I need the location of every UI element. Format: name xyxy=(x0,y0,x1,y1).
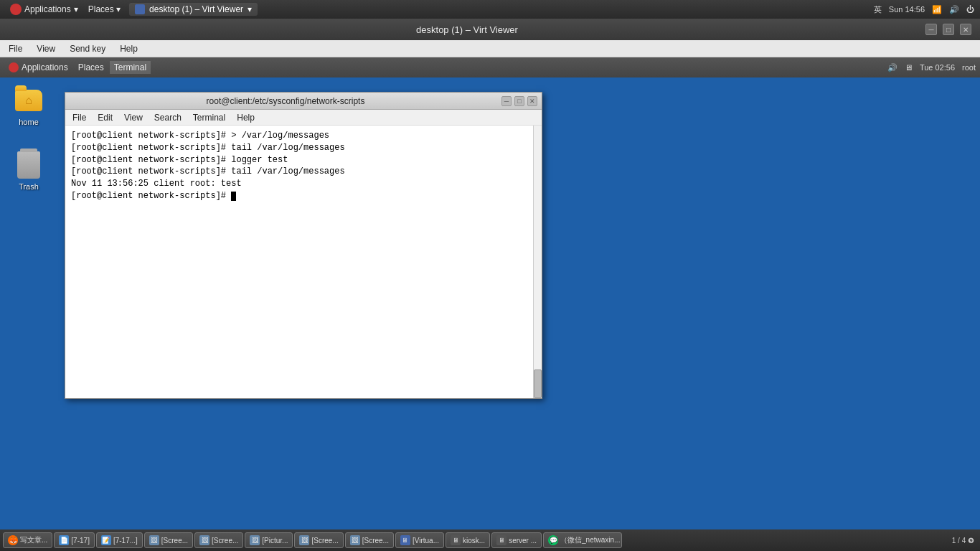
scr1-icon: 🖼 xyxy=(149,535,159,545)
host-task-virt-label: [Virtua... xyxy=(413,537,439,545)
terminal-menu-view[interactable]: View xyxy=(120,111,147,124)
host-task-doc2[interactable]: 📝 [7-17...] xyxy=(96,532,143,548)
guest-places-menu[interactable]: Places xyxy=(74,61,108,74)
terminal-maximize-button[interactable]: □ xyxy=(514,96,524,106)
virt-menu-file[interactable]: File xyxy=(3,42,28,55)
terminal-window-controls: ─ □ ✕ xyxy=(501,96,537,106)
terminal-minimize-button[interactable]: ─ xyxy=(501,96,512,106)
desktop-icon-home[interactable]: ⌂ home xyxy=(7,86,50,126)
host-places-arrow-icon: ▾ xyxy=(116,4,121,14)
virt-viewer-title: desktop (1) – Virt Viewer xyxy=(9,24,925,35)
host-applications-label: Applications xyxy=(24,4,71,14)
virt-viewer-menubar: File View Send key Help xyxy=(0,40,980,57)
guest-desktop: Applications Places Terminal 🔊 🖥 Tue 02:… xyxy=(0,57,980,551)
gnome-logo-icon xyxy=(10,4,22,15)
guest-applications-label: Applications xyxy=(22,62,68,72)
host-task-kiosk-label: kiosk... xyxy=(463,537,485,545)
terminal-scrollbar[interactable] xyxy=(533,126,542,398)
terminal-menu-search[interactable]: Search xyxy=(150,111,186,124)
guest-panel: Applications Places Terminal 🔊 🖥 Tue 02:… xyxy=(0,57,980,77)
host-taskbar: 🦊 写文章... 📄 [7-17] 📝 [7-17...] 🖼 [Scree..… xyxy=(0,529,980,551)
host-task-server-label: server ... xyxy=(509,537,537,545)
terminal-titlebar: root@client:/etc/sysconfig/network-scrip… xyxy=(65,93,542,110)
host-task-doc2-label: [7-17...] xyxy=(113,537,138,545)
terminal-line-6: [root@client network-scripts]# xyxy=(71,190,536,202)
desktop-icon-trash[interactable]: Trash xyxy=(7,151,50,191)
host-task-firefox[interactable]: 🦊 写文章... xyxy=(3,532,52,548)
virt-viewer-minimize-button[interactable]: ─ xyxy=(925,24,937,35)
host-power-icon[interactable]: ⏻ xyxy=(966,5,974,14)
host-task-firefox-label: 写文章... xyxy=(20,535,47,545)
guest-user: root xyxy=(962,63,976,72)
guest-display-icon[interactable]: 🖥 xyxy=(905,63,913,72)
host-task-scr3-label: [Scree... xyxy=(311,537,338,545)
virt-menu-help[interactable]: Help xyxy=(114,42,143,55)
host-task-kiosk[interactable]: 🖥 kiosk... xyxy=(446,532,490,548)
kiosk-icon: 🖥 xyxy=(451,535,461,545)
host-task-wechat[interactable]: 💬 （微信_netwaxin... xyxy=(543,532,622,548)
host-topbar-right: 英 Sun 14:56 📶 🔊 ⏻ xyxy=(874,4,974,15)
host-task-scr2-label: [Scree... xyxy=(212,537,238,545)
virt-viewer-close-button[interactable]: ✕ xyxy=(960,24,971,35)
terminal-line-3: [root@client network-scripts]# logger te… xyxy=(71,154,536,166)
virt-task-icon: 🖥 xyxy=(400,535,410,545)
host-applications-arrow-icon: ▾ xyxy=(74,4,78,14)
host-task-virt[interactable]: 🖥 [Virtua... xyxy=(395,532,444,548)
firefox-icon: 🦊 xyxy=(8,535,18,545)
terminal-menubar: File Edit View Search Terminal Help xyxy=(65,110,542,126)
virt-viewer-window-controls: ─ □ ✕ xyxy=(925,24,971,35)
trash-folder-icon xyxy=(14,151,43,179)
host-task-doc1[interactable]: 📄 [7-17] xyxy=(54,532,95,548)
scr4-icon: 🖼 xyxy=(350,535,360,545)
host-task-server[interactable]: 🖥 server ... xyxy=(491,532,542,548)
virt-viewer-maximize-button[interactable]: □ xyxy=(943,24,954,35)
guest-terminal-label: Terminal xyxy=(114,62,146,72)
host-lang-indicator[interactable]: 英 xyxy=(874,4,882,15)
host-task-pic[interactable]: 🖼 [Pictur... xyxy=(245,532,293,548)
host-places-label: Places xyxy=(88,4,114,14)
host-applications-menu[interactable]: Applications ▾ xyxy=(6,2,83,17)
host-task-scr2[interactable]: 🖼 [Scree... xyxy=(194,532,243,548)
host-task-scr4[interactable]: 🖼 [Scree... xyxy=(345,532,394,548)
host-topbar-left: Applications ▾ Places ▾ desktop (1) – Vi… xyxy=(6,2,258,17)
active-window-arrow-icon: ▾ xyxy=(248,4,252,14)
host-task-wechat-label: （微信_netwaxin... xyxy=(560,535,620,545)
host-places-menu[interactable]: Places ▾ xyxy=(84,3,125,16)
guest-gnome-logo-icon xyxy=(9,62,19,72)
terminal-title: root@client:/etc/sysconfig/network-scrip… xyxy=(70,96,501,106)
terminal-window: root@client:/etc/sysconfig/network-scrip… xyxy=(65,92,542,399)
host-task-scr3[interactable]: 🖼 [Scree... xyxy=(294,532,343,548)
host-task-doc1-label: [7-17] xyxy=(71,537,90,545)
terminal-content[interactable]: [root@client network-scripts]# > /var/lo… xyxy=(65,126,542,398)
virt-viewer-icon xyxy=(135,4,145,14)
host-time: Sun 14:56 xyxy=(889,5,925,14)
virt-viewer-titlebar: desktop (1) – Virt Viewer ─ □ ✕ xyxy=(0,19,980,40)
terminal-menu-help[interactable]: Help xyxy=(232,111,259,124)
terminal-menu-edit[interactable]: Edit xyxy=(93,111,117,124)
terminal-menu-file[interactable]: File xyxy=(68,111,90,124)
terminal-close-button[interactable]: ✕ xyxy=(527,96,537,106)
host-active-window-indicator[interactable]: desktop (1) – Virt Viewer ▾ xyxy=(129,3,258,16)
host-task-scr4-label: [Scree... xyxy=(362,537,389,545)
server-icon: 🖥 xyxy=(496,535,507,545)
virt-viewer-window: desktop (1) – Virt Viewer ─ □ ✕ File Vie… xyxy=(0,19,980,551)
host-task-scr1-label: [Scree... xyxy=(161,537,188,545)
scr3-icon: 🖼 xyxy=(299,535,309,545)
terminal-line-5: Nov 11 13:56:25 client root: test xyxy=(71,178,536,190)
virt-menu-send-key[interactable]: Send key xyxy=(64,42,111,55)
pic-icon: 🖼 xyxy=(250,535,260,545)
guest-terminal-menu[interactable]: Terminal xyxy=(110,61,151,74)
host-taskbar-right: 1 / 4 ❾ xyxy=(949,537,977,545)
host-volume-icon[interactable]: 🔊 xyxy=(949,5,959,14)
guest-applications-menu[interactable]: Applications xyxy=(4,61,72,74)
home-symbol-icon: ⌂ xyxy=(25,94,32,107)
guest-places-label: Places xyxy=(78,62,104,72)
host-task-scr1[interactable]: 🖼 [Scree... xyxy=(144,532,193,548)
host-pager[interactable]: 1 / 4 ❾ xyxy=(949,537,977,545)
terminal-scrollbar-thumb[interactable] xyxy=(534,369,542,398)
guest-volume-icon[interactable]: 🔊 xyxy=(887,63,897,72)
virt-menu-view[interactable]: View xyxy=(31,42,61,55)
doc1-icon: 📄 xyxy=(59,535,69,545)
terminal-menu-terminal[interactable]: Terminal xyxy=(189,111,230,124)
home-folder-icon: ⌂ xyxy=(14,86,43,115)
